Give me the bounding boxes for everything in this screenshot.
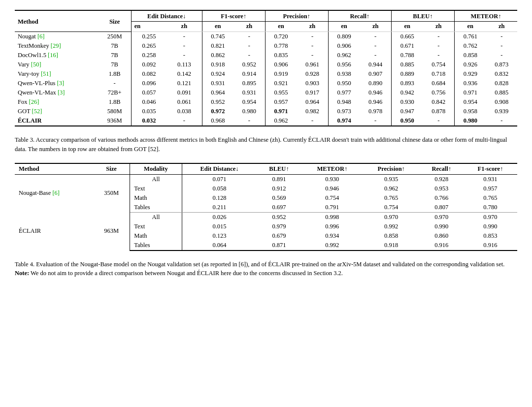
data-cell: 0.878 [423,107,454,116]
data-cell: 0.962 [328,51,360,60]
data-cell: - [233,41,265,51]
data-cell: - [423,51,454,60]
data-cell: 0.990 [420,222,464,231]
data-cell: 0.058 [182,184,257,193]
data-cell: 0.930 [391,97,423,107]
data-cell: 0.974 [328,116,360,126]
data-cell: 0.671 [391,41,423,51]
data-cell: 0.918 [363,241,420,250]
method-cell: Vary-toy [51] [15,69,98,79]
data-cell: 0.977 [328,88,360,97]
modality-cell: All [130,174,182,184]
data-cell: - [297,116,328,126]
data-cell: 0.964 [297,97,328,107]
data-cell: - [360,41,391,51]
data-cell: 0.958 [455,107,486,116]
col-me-en: en [455,22,486,32]
data-cell: 0.947 [391,107,423,116]
data-cell: 0.998 [301,212,363,222]
data-cell: 0.766 [420,193,464,203]
data-cell: 0.064 [182,241,257,250]
data-cell: 0.926 [455,60,486,69]
data-cell: - [166,116,202,126]
data-cell: 0.982 [297,107,328,116]
data-cell: 0.912 [257,184,301,193]
data-cell: 0.942 [391,88,423,97]
data-cell: - [297,51,328,60]
data-cell: 0.765 [464,193,517,203]
data-cell: 0.780 [464,203,517,213]
data-cell: - [423,41,454,51]
data-cell: 0.990 [464,222,517,231]
data-cell: 0.961 [297,60,328,69]
data-cell: 0.035 [131,107,166,116]
data-cell: 0.996 [301,222,363,231]
data-cell: 0.091 [166,88,202,97]
size-cell: 7B [98,51,131,60]
table4: Method Size Modality Edit Distance↓ BLEU… [15,163,517,251]
data-cell: 0.778 [265,41,297,51]
data-cell: 0.046 [131,97,166,107]
data-cell: 0.828 [486,79,517,88]
data-cell: - [297,41,328,51]
size-cell: 1.8B [98,69,131,79]
table3-row: Vary [50]7B0.0920.1130.9180.9520.9060.96… [15,60,517,69]
data-cell: 0.128 [182,193,257,203]
table3: Method Size Edit Distance↓ F1-score↑ Pre… [15,10,517,126]
data-cell: 0.893 [391,79,423,88]
data-cell: 0.952 [257,212,301,222]
t4-col-f1: F1-score↑ [464,163,517,175]
data-cell: 0.765 [363,193,420,203]
table4-container: Method Size Modality Edit Distance↓ BLEU… [15,163,517,251]
data-cell: 0.992 [363,222,420,231]
data-cell: 0.026 [182,212,257,222]
data-cell: 0.970 [363,212,420,222]
col-f1-en: en [202,22,233,32]
data-cell: 0.930 [301,174,363,184]
data-cell: 0.061 [166,97,202,107]
data-cell: 0.954 [233,97,265,107]
data-cell: - [486,51,517,60]
col-bleu: BLEU↑ [391,10,454,22]
data-cell: 0.917 [297,88,328,97]
data-cell: 0.895 [233,79,265,88]
col-bl-zh: zh [423,22,454,32]
t4-col-recall: Recall↑ [420,163,464,175]
size-cell: 350M [93,174,130,212]
col-method: Method [15,10,98,32]
size-cell: 580M [98,107,131,116]
data-cell: 0.697 [257,203,301,213]
data-cell: 0.973 [328,107,360,116]
data-cell: 0.928 [297,69,328,79]
data-cell: 0.957 [464,184,517,193]
data-cell: 0.858 [455,51,486,60]
table4-caption: Table 4. Evaluation of the Nougat-Base m… [15,260,517,279]
data-cell: 0.885 [391,60,423,69]
data-cell: 0.946 [360,97,391,107]
modality-cell: Math [130,193,182,203]
method-cell: Vary [50] [15,60,98,69]
data-cell: 0.924 [202,69,233,79]
data-cell: - [423,32,454,42]
data-cell: 0.121 [166,79,202,88]
data-cell: - [166,41,202,51]
data-cell: 0.970 [464,212,517,222]
data-cell: 0.788 [391,51,423,60]
table3-row: GOT [52]580M0.0350.0380.9720.9800.9710.9… [15,107,517,116]
modality-cell: Tables [130,241,182,250]
modality-cell: Math [130,231,182,241]
data-cell: 0.665 [391,32,423,42]
data-cell: 0.957 [265,97,297,107]
data-cell: 0.889 [391,69,423,79]
data-cell: 0.684 [423,79,454,88]
data-cell: 0.890 [360,79,391,88]
table3-caption: Table 3. Accuracy comparison of various … [15,135,517,154]
data-cell: 0.258 [131,51,166,60]
data-cell: 0.950 [391,116,423,126]
data-cell: 0.265 [131,41,166,51]
data-cell: 0.944 [360,60,391,69]
col-meteor: METEOR↑ [455,10,517,22]
method-cell: Qwen-VL-Max [3] [15,88,98,97]
data-cell: 0.821 [202,41,233,51]
data-cell: 0.916 [464,241,517,250]
